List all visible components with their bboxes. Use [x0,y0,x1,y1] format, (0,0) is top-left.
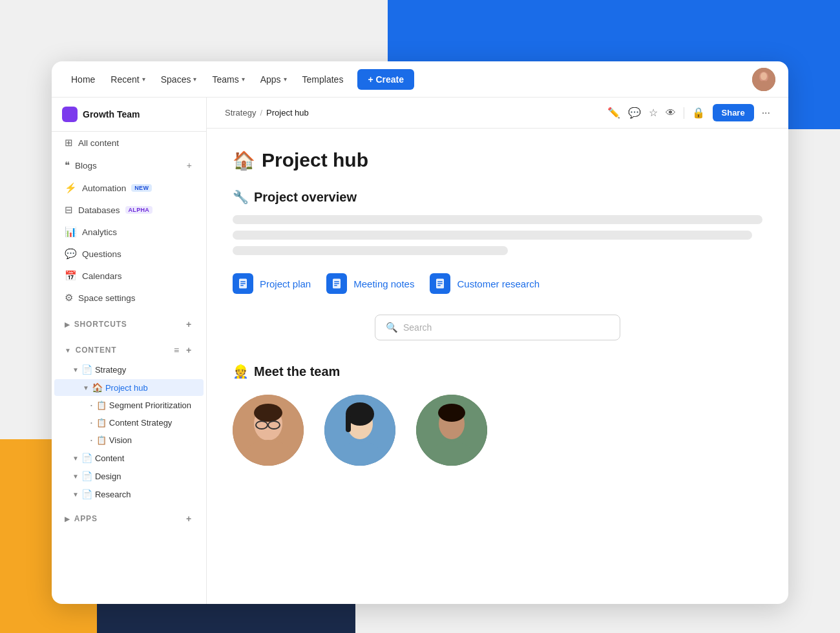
svg-point-31 [438,404,465,422]
spaces-chevron-icon: ▾ [193,76,196,83]
sidebar-item-automation[interactable]: ⚡ Automation NEW [54,178,204,198]
tree-content[interactable]: ▼ 📄 Content [54,450,204,466]
team-member-2-avatar [324,395,395,466]
apps-chevron-icon: ▾ [284,76,287,83]
tree-strategy[interactable]: ▼ 📄 Strategy [54,361,204,378]
databases-badge: ALPHA [125,206,153,214]
nav-recent[interactable]: Recent ▾ [104,70,151,88]
meeting-notes-icon [326,273,347,294]
sidebar-item-questions[interactable]: 💬 Questions [54,244,204,264]
search-icon: 🔍 [386,322,398,333]
segment-emoji-icon: 📋 [96,400,107,410]
vision-emoji-icon: 📋 [96,435,107,445]
sidebar-item-calendars[interactable]: 📅 Calendars [54,265,204,286]
lock-icon[interactable]: 🔒 [692,107,705,119]
svg-rect-27 [346,414,351,432]
create-button[interactable]: + Create [357,69,414,90]
design-chevron-right-icon: ▼ [72,473,79,480]
avatar[interactable] [752,68,775,91]
page-title-emoji-icon: 🏠 [233,150,255,171]
document-icon-3 [434,278,446,289]
meet-emoji-icon: 👷 [233,364,249,379]
sidebar-item-databases[interactable]: ⊟ Databases ALPHA [54,200,204,220]
main-content: 🏠 Project hub 🔧 Project overview [207,129,788,604]
project-overview-title: 🔧 Project overview [233,189,762,205]
content-line-2 [233,231,752,240]
content-chevron-down-icon: ▼ [65,347,72,354]
nav-teams[interactable]: Teams ▾ [205,70,251,88]
comment-icon[interactable]: 💬 [628,107,641,119]
view-icon[interactable]: 👁 [666,107,676,119]
overview-emoji-icon: 🔧 [233,189,249,205]
add-blog-icon[interactable]: + [185,159,193,172]
content-section-header: ▼ CONTENT ≡ + [54,340,204,360]
svg-rect-14 [438,283,443,284]
content-strategy-emoji-icon: 📋 [96,418,107,428]
add-app-icon[interactable]: + [185,512,193,525]
space-icon [62,107,78,122]
svg-rect-10 [334,283,339,284]
svg-rect-7 [240,285,244,286]
shortcuts-section[interactable]: ▶ SHORTCUTS + [54,314,204,335]
nav-templates[interactable]: Templates [296,70,350,88]
svg-point-3 [761,72,767,80]
edit-icon[interactable]: ✏️ [607,107,620,119]
svg-rect-13 [438,281,443,282]
grid-icon: ⊞ [65,137,73,149]
tree-design[interactable]: ▼ 📄 Design [54,468,204,484]
add-content-icon[interactable]: + [185,344,193,357]
sidebar-item-all-content[interactable]: ⊞ All content [54,132,204,153]
sidebar-item-analytics[interactable]: 📊 Analytics [54,222,204,242]
document-icon [237,278,249,289]
svg-rect-9 [334,281,339,282]
main-window: Home Recent ▾ Spaces ▾ Teams ▾ Apps ▾ Te… [52,61,788,604]
calendars-icon: 📅 [65,270,77,282]
content-chevron-right-icon: ▼ [72,455,79,462]
tree-research[interactable]: ▼ 📄 Research [54,486,204,503]
nav-apps[interactable]: Apps ▾ [254,70,293,88]
svg-rect-11 [334,285,337,286]
tree-vision[interactable]: • 📋 Vision [54,432,204,448]
space-name: Growth Team [83,109,140,119]
tree-segment-prioritization[interactable]: • 📋 Segment Prioritization [54,397,204,413]
more-options-icon[interactable]: ··· [762,107,770,119]
breadcrumb: Strategy / Project hub [225,108,309,118]
search-placeholder: Search [403,322,432,333]
toolbar-icons: ✏️ 💬 ☆ 👁 🔒 Share ··· [607,104,770,121]
meet-the-team-title: 👷 Meet the team [233,364,762,379]
share-button[interactable]: Share [713,104,754,121]
top-nav: Home Recent ▾ Spaces ▾ Teams ▾ Apps ▾ Te… [52,61,788,98]
document-icon-2 [331,278,342,289]
card-meeting-notes[interactable]: Meeting notes [326,273,414,294]
svg-rect-15 [438,285,441,286]
settings-icon: ⚙ [65,292,73,304]
svg-rect-5 [240,281,246,282]
apps-section[interactable]: ▶ APPS + [54,508,204,529]
sidebar-item-blogs[interactable]: ❝ Blogs + [54,154,204,176]
space-header[interactable]: Growth Team [52,98,206,132]
strategy-chevron-down-icon: ▼ [72,366,79,373]
content-emoji-icon: 📄 [81,453,92,463]
automation-badge: NEW [131,184,152,192]
card-customer-research[interactable]: Customer research [430,273,540,294]
page-title: 🏠 Project hub [233,149,762,171]
questions-icon: 💬 [65,248,77,260]
customer-research-icon [430,273,450,294]
breadcrumb-parent[interactable]: Strategy [225,108,256,118]
star-icon[interactable]: ☆ [649,107,658,119]
tree-content-strategy[interactable]: • 📋 Content Strategy [54,415,204,431]
nav-home[interactable]: Home [65,70,101,88]
search-box[interactable]: 🔍 Search [375,315,620,340]
shortcuts-chevron-right-icon: ▶ [65,321,70,328]
sidebar-item-space-settings[interactable]: ⚙ Space settings [54,287,204,308]
breadcrumb-bar: Strategy / Project hub ✏️ 💬 ☆ 👁 🔒 Share … [207,98,788,129]
user-avatar-image [752,68,775,91]
bullet-icon: • [90,402,92,408]
toolbar-separator [684,107,684,119]
filter-icon[interactable]: ≡ [173,344,181,357]
nav-spaces[interactable]: Spaces ▾ [154,70,204,88]
tree-project-hub[interactable]: ▼ 🏠 Project hub [54,379,204,396]
card-project-plan[interactable]: Project plan [233,273,311,294]
add-shortcut-icon[interactable]: + [185,318,193,331]
right-panel: Strategy / Project hub ✏️ 💬 ☆ 👁 🔒 Share … [207,98,788,604]
